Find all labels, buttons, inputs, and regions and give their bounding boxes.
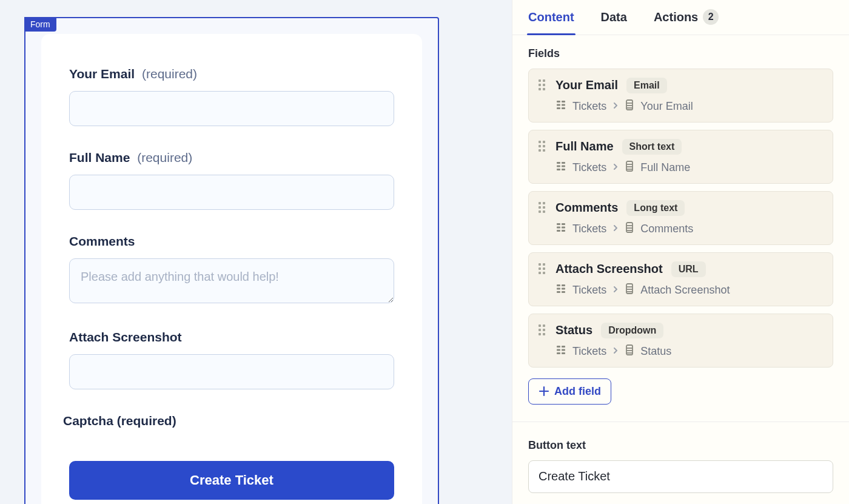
- drag-handle-icon[interactable]: [539, 79, 547, 92]
- field-screenshot-label: Attach Screenshot: [69, 330, 394, 344]
- svg-rect-22: [557, 226, 560, 228]
- column-icon: [625, 222, 634, 236]
- comments-textarea[interactable]: [69, 258, 394, 303]
- path-column: Your Email: [640, 100, 693, 113]
- fields-list: Your EmailEmailTicketsYour EmailFull Nam…: [528, 69, 833, 368]
- field-type-pill: Dropdown: [601, 323, 663, 338]
- drag-handle-icon[interactable]: [539, 263, 547, 275]
- add-field-label: Add field: [554, 385, 601, 398]
- required-suffix: (required): [137, 150, 192, 164]
- tab-data[interactable]: Data: [601, 0, 627, 35]
- svg-rect-24: [557, 230, 560, 232]
- svg-rect-31: [562, 284, 565, 286]
- field-name: Status: [555, 323, 592, 337]
- tab-actions[interactable]: Actions 2: [654, 0, 719, 35]
- field-row[interactable]: Your EmailEmailTicketsYour Email: [528, 69, 833, 123]
- add-field-button[interactable]: Add field: [528, 378, 611, 405]
- svg-rect-4: [557, 107, 560, 109]
- drag-handle-icon[interactable]: [539, 141, 547, 153]
- path-table: Tickets: [572, 284, 606, 297]
- svg-rect-23: [562, 226, 565, 228]
- table-icon: [555, 283, 566, 297]
- svg-rect-10: [557, 162, 560, 164]
- svg-rect-1: [562, 101, 565, 102]
- svg-rect-45: [562, 352, 565, 354]
- drag-handle-icon[interactable]: [539, 202, 547, 214]
- form-canvas: Form Your Email (required) Full Name (re…: [0, 0, 512, 504]
- inspector-body: Fields Your EmailEmailTicketsYour EmailF…: [512, 35, 849, 504]
- svg-rect-5: [562, 107, 565, 109]
- form-tag: Form: [24, 17, 56, 32]
- svg-rect-30: [557, 284, 560, 286]
- column-icon: [625, 344, 634, 358]
- field-email-label: Your Email (required): [69, 67, 394, 81]
- path-column: Comments: [640, 223, 693, 235]
- svg-rect-41: [562, 346, 565, 348]
- table-icon: [555, 222, 566, 236]
- path-table: Tickets: [572, 161, 606, 174]
- column-icon: [625, 283, 634, 297]
- field-comments: Comments: [69, 234, 394, 306]
- button-text-label: Button text: [528, 439, 833, 452]
- email-input[interactable]: [69, 91, 394, 126]
- field-row[interactable]: CommentsLong textTicketsComments: [528, 191, 833, 245]
- svg-rect-20: [557, 223, 560, 225]
- field-comments-label: Comments: [69, 234, 394, 249]
- fullname-input[interactable]: [69, 175, 394, 210]
- svg-rect-13: [562, 165, 565, 167]
- path-column: Full Name: [640, 161, 690, 174]
- form-preview[interactable]: Form Your Email (required) Full Name (re…: [24, 17, 439, 504]
- svg-rect-11: [562, 162, 565, 164]
- inspector-panel: Content Data Actions 2 Fields Your Email…: [512, 0, 849, 504]
- field-row[interactable]: Attach ScreenshotURLTicketsAttach Screen…: [528, 252, 833, 306]
- svg-rect-21: [562, 223, 565, 225]
- svg-rect-44: [557, 352, 560, 354]
- fields-section-label: Fields: [528, 47, 833, 60]
- field-name: Comments: [555, 201, 618, 215]
- path-table: Tickets: [572, 223, 606, 235]
- field-name: Full Name: [555, 139, 614, 153]
- button-text-input[interactable]: [528, 460, 833, 493]
- table-icon: [555, 344, 566, 358]
- drag-handle-icon[interactable]: [539, 324, 547, 337]
- field-path: TicketsAttach Screenshot: [555, 283, 823, 297]
- path-column: Attach Screenshot: [640, 284, 730, 297]
- path-column: Status: [640, 345, 671, 358]
- field-path: TicketsYour Email: [555, 99, 823, 113]
- svg-rect-25: [562, 230, 565, 232]
- field-path: TicketsStatus: [555, 344, 823, 358]
- field-email-label-text: Your Email: [69, 67, 135, 81]
- field-name: Attach Screenshot: [555, 262, 663, 276]
- field-name: Your Email: [555, 78, 618, 92]
- table-icon: [555, 99, 566, 113]
- field-fullname: Full Name (required): [69, 150, 394, 210]
- path-table: Tickets: [572, 345, 606, 358]
- path-table: Tickets: [572, 100, 606, 113]
- svg-rect-14: [557, 169, 560, 170]
- actions-badge: 2: [703, 9, 719, 25]
- chevron-right-icon: [612, 345, 619, 358]
- form-card: Your Email (required) Full Name (require…: [41, 34, 422, 504]
- svg-rect-0: [557, 101, 560, 102]
- field-screenshot: Attach Screenshot: [69, 330, 394, 389]
- svg-rect-32: [557, 287, 560, 289]
- svg-rect-35: [562, 291, 565, 293]
- tab-actions-label: Actions: [654, 10, 698, 24]
- screenshot-input[interactable]: [69, 354, 394, 389]
- svg-rect-34: [557, 291, 560, 293]
- svg-rect-42: [557, 349, 560, 351]
- column-icon: [625, 99, 634, 113]
- submit-button[interactable]: Create Ticket: [69, 461, 394, 500]
- svg-rect-43: [562, 349, 565, 351]
- chevron-right-icon: [612, 284, 619, 297]
- svg-rect-12: [557, 165, 560, 167]
- tab-content[interactable]: Content: [528, 0, 574, 35]
- column-icon: [625, 161, 634, 175]
- field-type-pill: Long text: [626, 200, 685, 216]
- field-row[interactable]: Full NameShort textTicketsFull Name: [528, 130, 833, 184]
- plus-icon: [539, 386, 549, 397]
- field-row[interactable]: StatusDropdownTicketsStatus: [528, 314, 833, 368]
- field-fullname-label-text: Full Name: [69, 150, 130, 164]
- svg-rect-15: [562, 169, 565, 170]
- divider: [512, 422, 849, 422]
